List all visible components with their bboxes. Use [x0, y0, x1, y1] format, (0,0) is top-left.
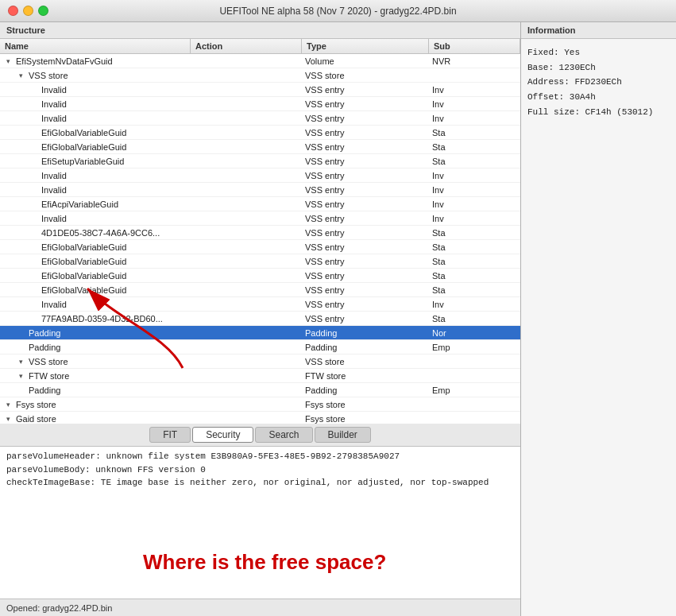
row-name: 4D1DE05-38C7-4A6A-9CC6... [41, 228, 160, 238]
row-sub: Inv [429, 85, 520, 95]
row-sub: Inv [429, 114, 520, 123]
row-name: Padding [29, 385, 60, 395]
table-row[interactable]: Invalid VSS entry Inv [0, 83, 520, 97]
info-line: Offset: 30A4h [527, 90, 670, 105]
tree-header: Name Action Type Sub [0, 39, 520, 54]
window-controls [8, 6, 48, 16]
info-panel-title: Information [521, 22, 676, 39]
row-type: VSS entry [302, 171, 429, 180]
row-type: VSS store [302, 357, 429, 366]
tree-arrow: ▾ [6, 57, 16, 65]
row-name: EfiSetupVariableGuid [41, 157, 124, 166]
row-name: Fsys store [16, 400, 56, 409]
row-name: Gaid store [16, 414, 56, 424]
row-type: VSS entry [302, 157, 429, 166]
tree-arrow: ▾ [19, 372, 29, 380]
col-header-sub: Sub [429, 39, 520, 53]
row-sub: Sta [429, 285, 520, 295]
row-name: EfiSystemNvDataFvGuid [16, 56, 113, 66]
table-row[interactable]: Padding Padding Nor [0, 326, 520, 340]
row-type: VSS entry [302, 257, 429, 266]
table-row[interactable]: Invalid VSS entry Inv [0, 169, 520, 183]
row-type: Padding [302, 343, 429, 352]
tree-arrow: ▾ [19, 72, 29, 79]
tab-fit[interactable]: FIT [149, 427, 191, 443]
row-sub: Sta [429, 228, 520, 238]
row-type: VSS entry [302, 99, 429, 109]
info-line: Full size: CF14h (53012) [527, 105, 670, 120]
row-type: VSS entry [302, 271, 429, 281]
row-sub: Sta [429, 314, 520, 323]
structure-wrapper: Name Action Type Sub ▾ EfiSystemNvDataFv… [0, 39, 520, 424]
table-row[interactable]: Invalid VSS entry Inv [0, 97, 520, 111]
table-row[interactable]: EfiGlobalVariableGuid VSS entry Sta [0, 254, 520, 269]
tab-builder[interactable]: Builder [315, 427, 371, 443]
table-row[interactable]: Padding Padding Emp [0, 340, 520, 354]
row-name: Invalid [41, 99, 67, 109]
row-sub: Inv [429, 214, 520, 223]
table-row[interactable]: EfiGlobalVariableGuid VSS entry Sta [0, 283, 520, 297]
row-type: VSS entry [302, 314, 429, 323]
row-sub: Inv [429, 300, 520, 309]
table-row[interactable]: Invalid VSS entry Inv [0, 211, 520, 226]
row-name: 77FA9ABD-0359-4D32-BD60... [41, 314, 163, 323]
bottom-wrapper: FIT Security Search Builder parseVolumeH… [0, 424, 520, 599]
row-type: VSS entry [302, 85, 429, 95]
table-row[interactable]: EfiGlobalVariableGuid VSS entry Sta [0, 240, 520, 254]
row-sub: Sta [429, 257, 520, 266]
table-row[interactable]: 4D1DE05-38C7-4A6A-9CC6... VSS entry Sta [0, 226, 520, 240]
table-row[interactable]: ▾ EfiSystemNvDataFvGuid Volume NVR [0, 54, 520, 68]
structure-panel-title: Structure [0, 22, 520, 39]
row-name: Invalid [41, 114, 67, 123]
table-row[interactable]: Padding Padding Emp [0, 383, 520, 397]
tab-security[interactable]: Security [192, 427, 253, 443]
row-type: VSS store [302, 71, 429, 80]
row-name: EfiGlobalVariableGuid [41, 128, 126, 138]
table-row[interactable]: EfiSetupVariableGuid VSS entry Sta [0, 154, 520, 169]
row-sub: Inv [429, 99, 520, 109]
log-line: parseVolumeBody: unknown FFS version 0 [6, 463, 514, 477]
row-type: Padding [302, 385, 429, 395]
table-row[interactable]: EfiAcpiVariableGuid VSS entry Inv [0, 197, 520, 211]
minimize-button[interactable] [23, 6, 33, 16]
row-sub: Inv [429, 171, 520, 180]
table-row[interactable]: 77FA9ABD-0359-4D32-BD60... VSS entry Sta [0, 312, 520, 326]
titlebar: UEFITool NE alpha 58 (Nov 7 2020) - grad… [0, 0, 676, 22]
table-row[interactable]: ▾ VSS store VSS store [0, 68, 520, 83]
table-row[interactable]: ▾ Fsys store Fsys store [0, 397, 520, 412]
row-type: FTW store [302, 371, 429, 381]
col-header-action: Action [191, 39, 302, 53]
info-line: Fixed: Yes [527, 45, 670, 60]
close-button[interactable] [8, 6, 18, 16]
row-type: VSS entry [302, 300, 429, 309]
table-row[interactable]: ▾ Gaid store Fsys store [0, 412, 520, 424]
row-type: VSS entry [302, 114, 429, 123]
row-name: EfiGlobalVariableGuid [41, 271, 126, 281]
row-sub: Nor [429, 328, 520, 338]
row-name: Invalid [41, 300, 67, 309]
row-type: VSS entry [302, 185, 429, 195]
table-row[interactable]: Invalid VSS entry Inv [0, 183, 520, 197]
row-name: EfiGlobalVariableGuid [41, 142, 126, 152]
info-line: Address: FFD230ECh [527, 75, 670, 90]
table-row[interactable]: EfiGlobalVariableGuid VSS entry Sta [0, 140, 520, 154]
tab-search[interactable]: Search [255, 427, 312, 443]
row-sub: Sta [429, 157, 520, 166]
info-content: Fixed: YesBase: 1230EChAddress: FFD230EC… [521, 39, 676, 126]
table-row[interactable]: Invalid VSS entry Inv [0, 111, 520, 126]
table-row[interactable]: ▾ FTW store FTW store [0, 369, 520, 383]
row-sub: Inv [429, 185, 520, 195]
table-row[interactable]: Invalid VSS entry Inv [0, 297, 520, 312]
row-sub: Sta [429, 142, 520, 152]
table-row[interactable]: EfiGlobalVariableGuid VSS entry Sta [0, 126, 520, 140]
tree-arrow: ▾ [6, 401, 16, 409]
table-row[interactable]: EfiGlobalVariableGuid VSS entry Sta [0, 269, 520, 283]
log-line: parseVolumeHeader: unknown file system E… [6, 450, 514, 463]
tree-table[interactable]: Name Action Type Sub ▾ EfiSystemNvDataFv… [0, 39, 520, 424]
row-type: VSS entry [302, 285, 429, 295]
maximize-button[interactable] [38, 6, 48, 16]
info-panel: Information Fixed: YesBase: 1230EChAddre… [521, 22, 676, 616]
table-row[interactable]: ▾ VSS store VSS store [0, 354, 520, 369]
log-line: checkTeImageBase: TE image base is neith… [6, 476, 514, 490]
status-text: Opened: gradyg22.4PD.bin [6, 603, 112, 613]
